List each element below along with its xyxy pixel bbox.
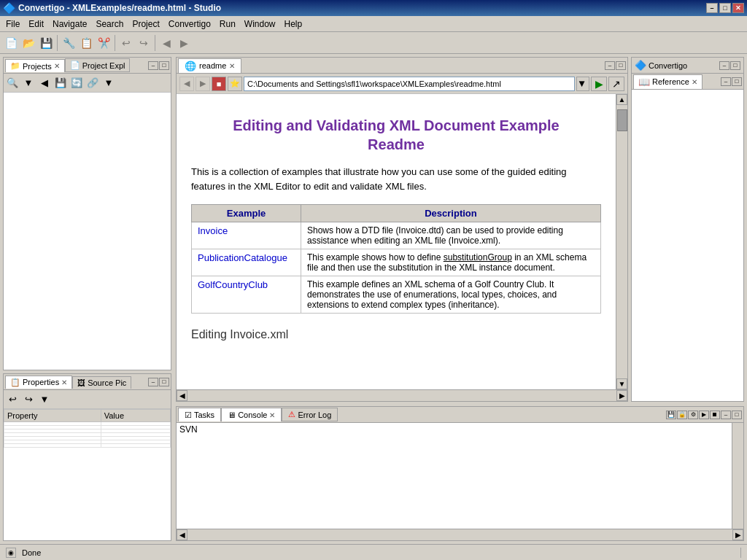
properties-tab[interactable]: 📋 Properties ✕ bbox=[5, 376, 72, 389]
projects-win-buttons: – □ bbox=[148, 61, 169, 70]
tasks-tab-label: Tasks bbox=[194, 411, 214, 419]
console-maximize[interactable]: □ bbox=[732, 411, 742, 419]
menu-search[interactable]: Search bbox=[91, 18, 128, 31]
console-scroll-right[interactable]: ▶ bbox=[732, 529, 743, 540]
back-btn[interactable]: ◀ bbox=[37, 76, 52, 90]
search-btn[interactable]: 🔍 bbox=[5, 76, 20, 90]
projects-minimize[interactable]: – bbox=[148, 61, 158, 70]
console-scrollbar[interactable] bbox=[732, 423, 743, 529]
console-tab[interactable]: 🖥 Console ✕ bbox=[221, 408, 282, 421]
toolbar-save[interactable]: 💾 bbox=[38, 35, 54, 51]
tasks-tab[interactable]: ☑ Tasks bbox=[178, 408, 221, 421]
editor-scrollbar[interactable]: ▲ ▼ bbox=[616, 94, 627, 389]
nav-back[interactable]: ◀ bbox=[179, 77, 194, 91]
collapse-btn[interactable]: ▼ bbox=[21, 76, 36, 90]
console-tab-label: Console bbox=[238, 411, 267, 419]
toolbar-back[interactable]: ◀ bbox=[158, 35, 174, 51]
menu-run[interactable]: Run bbox=[215, 18, 240, 31]
toolbar-btn4[interactable]: ✂️ bbox=[96, 35, 112, 51]
ref-minimize[interactable]: – bbox=[721, 77, 731, 86]
console-btn3[interactable]: ⚙ bbox=[688, 411, 698, 419]
menu-convertigo[interactable]: Convertigo bbox=[164, 18, 215, 31]
nav-stop[interactable]: ■ bbox=[212, 77, 226, 91]
example-col-header: Example bbox=[192, 205, 301, 222]
scroll-up[interactable]: ▲ bbox=[616, 94, 627, 105]
projects-tab-close[interactable]: ✕ bbox=[54, 62, 60, 70]
url-input[interactable] bbox=[244, 77, 575, 91]
toolbar-undo[interactable]: ↩ bbox=[118, 35, 134, 51]
props-btn3[interactable]: ▼ bbox=[37, 392, 52, 407]
ref-maximize[interactable]: □ bbox=[732, 77, 742, 86]
reference-tab[interactable]: 📖 Reference ✕ bbox=[633, 74, 703, 89]
open-external[interactable]: ↗ bbox=[608, 77, 624, 91]
status-bar: ◉ Done bbox=[0, 544, 747, 560]
project-explorer-tab[interactable]: 📄 Project Expl bbox=[65, 58, 131, 72]
scroll-left[interactable]: ◀ bbox=[177, 390, 187, 401]
status-separator bbox=[740, 548, 741, 558]
maximize-button[interactable]: □ bbox=[719, 3, 731, 13]
conv-maximize[interactable]: □ bbox=[730, 61, 740, 70]
menu-navigate[interactable]: Navigate bbox=[48, 18, 91, 31]
toolbar-new[interactable]: 📄 bbox=[3, 35, 19, 51]
minimize-button[interactable]: – bbox=[706, 3, 718, 13]
source-pic-tab[interactable]: 🖼 Source Pic bbox=[72, 376, 131, 389]
console-scroll-left[interactable]: ◀ bbox=[177, 529, 187, 540]
conv-minimize[interactable]: – bbox=[719, 61, 729, 70]
props-maximize[interactable]: □ bbox=[159, 378, 169, 386]
readme-tab-label: readme bbox=[199, 61, 226, 70]
toolbar-forward[interactable]: ▶ bbox=[176, 35, 192, 51]
editor-tab-close[interactable]: ✕ bbox=[229, 62, 235, 70]
refresh-btn[interactable]: 🔄 bbox=[69, 76, 84, 90]
console-icon: 🖥 bbox=[228, 411, 236, 419]
readme-description: This is a collection of examples that il… bbox=[191, 165, 601, 193]
console-minimize[interactable]: – bbox=[721, 411, 731, 419]
invoice-link[interactable]: Invoice bbox=[198, 225, 228, 236]
menu-btn[interactable]: ▼ bbox=[101, 76, 116, 90]
go-button[interactable]: ▶ bbox=[591, 77, 607, 91]
scroll-down[interactable]: ▼ bbox=[616, 378, 627, 389]
scroll-right[interactable]: ▶ bbox=[616, 390, 627, 401]
projects-maximize[interactable]: □ bbox=[159, 61, 169, 70]
console-tab-close[interactable]: ✕ bbox=[269, 411, 275, 419]
projects-tab-bar: 📁 Projects ✕ 📄 Project Expl – □ bbox=[4, 58, 171, 74]
close-button[interactable]: ✕ bbox=[732, 3, 744, 13]
toolbar-open[interactable]: 📂 bbox=[20, 35, 36, 51]
link-btn[interactable]: 🔗 bbox=[85, 76, 100, 90]
props-icon: 📋 bbox=[10, 378, 20, 387]
console-horiz-scrollbar[interactable]: ◀ ▶ bbox=[177, 529, 743, 540]
menu-help[interactable]: Help bbox=[280, 18, 307, 31]
editor-minimize[interactable]: – bbox=[605, 61, 615, 70]
console-btn4[interactable]: ▶ bbox=[699, 411, 709, 419]
publication-link[interactable]: PublicationCatalogue bbox=[198, 252, 287, 263]
scroll-thumb[interactable] bbox=[617, 109, 627, 131]
props-btn2[interactable]: ↪ bbox=[21, 392, 36, 407]
properties-close[interactable]: ✕ bbox=[61, 378, 67, 386]
editor-toolbar: ◀ ▶ ■ ⭐ ▼ ▶ ↗ bbox=[177, 74, 627, 94]
toolbar-btn2[interactable]: 🔧 bbox=[61, 35, 77, 51]
console-btn5[interactable]: ⏹ bbox=[710, 411, 720, 419]
url-dropdown[interactable]: ▼ bbox=[576, 77, 589, 91]
menu-bar: File Edit Navigate Search Project Conver… bbox=[0, 16, 747, 32]
menu-edit[interactable]: Edit bbox=[24, 18, 48, 31]
projects-tab[interactable]: 📁 Projects ✕ bbox=[5, 59, 65, 72]
editor-maximize[interactable]: □ bbox=[616, 61, 626, 70]
error-log-tab[interactable]: ⚠ Error Log bbox=[282, 408, 338, 421]
props-win-buttons: – □ bbox=[148, 378, 169, 386]
menu-project[interactable]: Project bbox=[128, 18, 163, 31]
reference-close[interactable]: ✕ bbox=[692, 78, 697, 86]
props-minimize[interactable]: – bbox=[148, 378, 158, 386]
toolbar-redo[interactable]: ↪ bbox=[136, 35, 152, 51]
toolbar-btn3[interactable]: 📋 bbox=[78, 35, 94, 51]
props-btn1[interactable]: ↩ bbox=[5, 392, 20, 407]
editor-horiz-scrollbar[interactable]: ◀ ▶ bbox=[177, 389, 627, 401]
console-save[interactable]: 💾 bbox=[666, 411, 676, 419]
save-panel-btn[interactable]: 💾 bbox=[53, 76, 68, 90]
nav-forward[interactable]: ▶ bbox=[196, 77, 210, 91]
golf-link[interactable]: GolfCountryClub bbox=[198, 279, 268, 290]
nav-bookmark[interactable]: ⭐ bbox=[228, 77, 242, 91]
readme-tab[interactable]: 🌐 readme ✕ bbox=[178, 58, 241, 73]
project-explorer-label: Project Expl bbox=[82, 61, 125, 70]
menu-file[interactable]: File bbox=[1, 18, 24, 31]
console-lock[interactable]: 🔒 bbox=[677, 411, 687, 419]
menu-window[interactable]: Window bbox=[240, 18, 280, 31]
